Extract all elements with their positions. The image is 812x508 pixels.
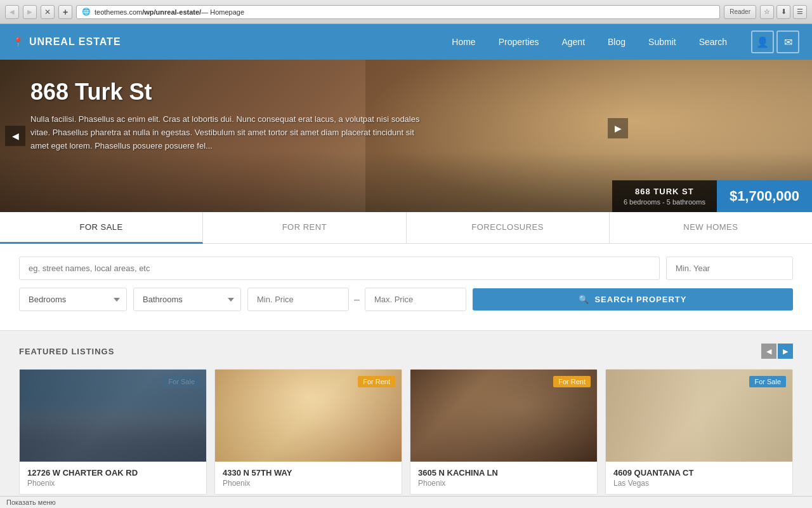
search-form: Bedrooms 1 2 3 4 5+ Bathrooms 1 2 3 4 5+… (0, 244, 812, 331)
address-bar[interactable]: 🌐 teothemes.com/wp/unreal-estate/— Homep… (76, 5, 720, 19)
hero-title: 868 Turk St (30, 79, 424, 105)
hero-description: Nulla facilisi. Phasellus ac enim elit. … (30, 113, 424, 152)
nav-properties[interactable]: Properties (487, 24, 551, 60)
featured-prev-button[interactable]: ◀ (761, 344, 776, 359)
location-pin-icon: 📍 (13, 37, 24, 47)
listing-badge: For Rent (553, 376, 591, 387)
hero-next-button[interactable]: ▶ (608, 118, 628, 138)
nav-blog[interactable]: Blog (596, 24, 637, 60)
brand-name: UNREAL ESTATE (29, 36, 121, 48)
listing-img-bg (20, 370, 206, 462)
listing-city: Phoenix (418, 479, 589, 488)
navbar: 📍 UNREAL ESTATE Home Properties Agent Bl… (0, 24, 812, 60)
listing-card[interactable]: For Rent 3605 N KACHINA LN Phoenix (410, 369, 598, 495)
listing-info: 3605 N KACHINA LN Phoenix (410, 462, 597, 494)
address-text: teothemes.com/wp/unreal-estate/— Homepag… (95, 8, 244, 16)
hero-content: 868 Turk St Nulla facilisi. Phasellus ac… (30, 79, 424, 152)
browser-chrome: ◀ ▶ ✕ + 🌐 teothemes.com/wp/unreal-estate… (0, 0, 812, 24)
featured-nav: ◀ ▶ (761, 344, 793, 359)
hero-price-amount: $1,700,000 (717, 180, 812, 212)
tab-new-homes[interactable]: NEW HOMES (610, 212, 812, 243)
listing-city: Phoenix (223, 479, 394, 488)
listing-image: For Rent (215, 370, 402, 462)
tab-foreclosures[interactable]: FORECLOSURES (407, 212, 610, 243)
featured-section: FEATURED LISTINGS ◀ ▶ For Sale 12726 W C… (0, 331, 812, 507)
listing-badge: For Rent (358, 376, 395, 387)
listing-info: 4609 QUANTANA CT Las Vegas (606, 462, 792, 494)
featured-header: FEATURED LISTINGS ◀ ▶ (19, 344, 793, 359)
mail-icon[interactable]: ✉ (776, 30, 799, 53)
back-button[interactable]: ◀ (5, 5, 19, 19)
listing-badge: For Sale (749, 376, 786, 387)
navbar-icons: 👤 ✉ (751, 30, 799, 53)
listing-image: For Sale (20, 370, 206, 462)
navbar-brand[interactable]: 📍 UNREAL ESTATE (13, 36, 121, 48)
listing-card[interactable]: For Sale 12726 W CHARTER OAK RD Phoenix (19, 369, 207, 495)
status-text: Показать меню (6, 498, 56, 506)
listing-address: 12726 W CHARTER OAK RD (27, 468, 199, 478)
listing-info: 12726 W CHARTER OAK RD Phoenix (20, 462, 206, 494)
min-price-input[interactable] (247, 288, 349, 311)
address-favicon: 🌐 (82, 8, 91, 16)
search-row-2: Bedrooms 1 2 3 4 5+ Bathrooms 1 2 3 4 5+… (19, 288, 793, 311)
refresh-button[interactable]: ✕ (41, 5, 55, 19)
search-button-label: SEARCH PROPERTY (594, 295, 686, 304)
listing-address: 3605 N KACHINA LN (418, 468, 589, 478)
bookmarks-icon[interactable]: ☆ (760, 5, 774, 19)
price-range: – (247, 288, 466, 311)
price-dash: – (354, 294, 360, 305)
listing-info: 4330 N 57TH WAY Phoenix (215, 462, 402, 494)
listing-address: 4330 N 57TH WAY (223, 468, 394, 478)
featured-next-button[interactable]: ▶ (778, 344, 793, 359)
hero-section: ◀ ▶ 868 Turk St Nulla facilisi. Phasellu… (0, 60, 812, 212)
hero-price-address: 868 TURK ST (624, 187, 705, 196)
browser-right-icons: ☆ ⬇ ☰ (760, 5, 807, 19)
new-tab-button[interactable]: + (58, 5, 72, 19)
hero-price-details: 6 bedrooms - 5 bathrooms (624, 198, 705, 206)
forward-button[interactable]: ▶ (23, 5, 37, 19)
nav-submit[interactable]: Submit (637, 24, 688, 60)
search-tabs: FOR SALE FOR RENT FORECLOSURES NEW HOMES (0, 212, 812, 244)
navbar-nav: Home Properties Agent Blog Submit Search (440, 24, 738, 60)
listing-image: For Sale (606, 370, 792, 462)
listing-city: Las Vegas (613, 479, 785, 488)
bedrooms-select[interactable]: Bedrooms 1 2 3 4 5+ (19, 288, 127, 311)
hero-price-info: 868 TURK ST 6 bedrooms - 5 bathrooms (612, 180, 717, 212)
hero-prev-button[interactable]: ◀ (5, 126, 25, 146)
reader-button[interactable]: Reader (724, 5, 756, 19)
nav-search[interactable]: Search (688, 24, 738, 60)
address-search-input[interactable] (19, 257, 660, 280)
nav-home[interactable]: Home (440, 24, 487, 60)
search-row-1 (19, 257, 793, 280)
max-price-input[interactable] (365, 288, 466, 311)
listing-image: For Rent (410, 370, 597, 462)
status-bar: Показать меню (0, 496, 812, 507)
hero-price-card: 868 TURK ST 6 bedrooms - 5 bathrooms $1,… (612, 180, 812, 212)
search-property-button[interactable]: 🔍 SEARCH PROPERTY (473, 288, 793, 311)
bathrooms-select[interactable]: Bathrooms 1 2 3 4 5+ (133, 288, 241, 311)
menu-icon[interactable]: ☰ (793, 5, 807, 19)
listing-badge: For Sale (163, 376, 200, 387)
listings-grid: For Sale 12726 W CHARTER OAK RD Phoenix … (19, 369, 793, 495)
year-input[interactable] (666, 257, 793, 280)
featured-title: FEATURED LISTINGS (19, 347, 114, 356)
download-icon[interactable]: ⬇ (776, 5, 790, 19)
tab-for-rent[interactable]: FOR RENT (203, 212, 406, 243)
nav-agent[interactable]: Agent (550, 24, 596, 60)
listing-city: Phoenix (27, 479, 199, 488)
user-icon[interactable]: 👤 (751, 30, 774, 53)
listing-card[interactable]: For Sale 4609 QUANTANA CT Las Vegas (605, 369, 793, 495)
tab-for-sale[interactable]: FOR SALE (0, 212, 203, 244)
search-icon: 🔍 (579, 295, 589, 304)
listing-address: 4609 QUANTANA CT (613, 468, 785, 478)
listing-card[interactable]: For Rent 4330 N 57TH WAY Phoenix (214, 369, 402, 495)
